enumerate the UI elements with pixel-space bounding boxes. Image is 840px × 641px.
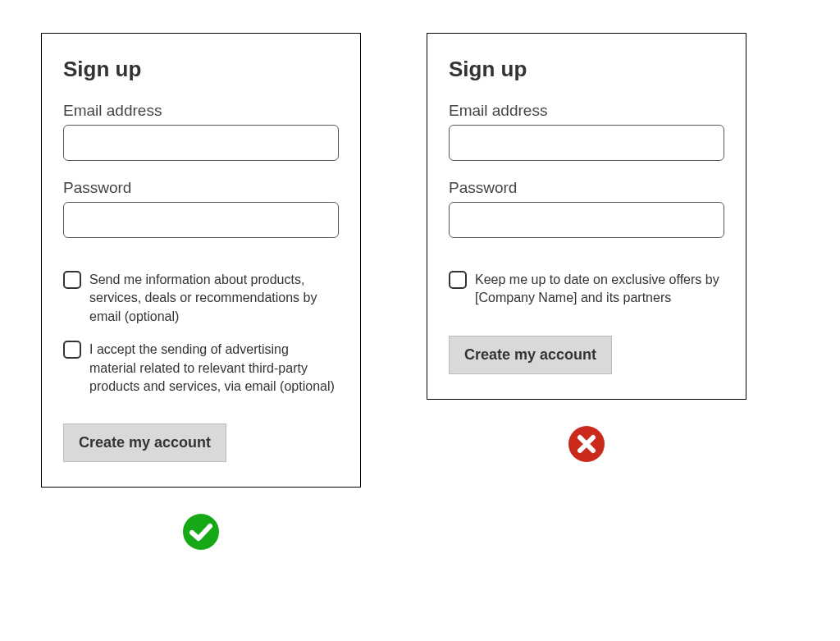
card-title: Sign up bbox=[449, 57, 724, 82]
consent-checkbox-2[interactable] bbox=[63, 341, 81, 359]
password-input[interactable] bbox=[63, 202, 339, 238]
consent-label-2: I accept the sending of advertising mate… bbox=[89, 341, 339, 396]
consent-checkbox-row-2: I accept the sending of advertising mate… bbox=[63, 341, 339, 396]
email-input[interactable] bbox=[449, 125, 724, 161]
good-example: Sign up Email address Password Send me i… bbox=[41, 33, 361, 555]
consent-checkbox-1[interactable] bbox=[63, 271, 81, 289]
consent-label-1: Keep me up to date on exclusive offers b… bbox=[475, 271, 724, 308]
check-circle-icon bbox=[181, 512, 221, 555]
password-input[interactable] bbox=[449, 202, 724, 238]
svg-point-0 bbox=[183, 514, 219, 550]
card-title: Sign up bbox=[63, 57, 339, 82]
password-label: Password bbox=[449, 179, 724, 197]
consent-checkbox-1[interactable] bbox=[449, 271, 467, 289]
create-account-button[interactable]: Create my account bbox=[63, 424, 226, 462]
consent-checkbox-row-1: Keep me up to date on exclusive offers b… bbox=[449, 271, 724, 308]
signup-card-bad: Sign up Email address Password Keep me u… bbox=[427, 33, 746, 400]
create-account-button[interactable]: Create my account bbox=[449, 336, 612, 374]
email-input[interactable] bbox=[63, 125, 339, 161]
password-label: Password bbox=[63, 179, 339, 197]
consent-checkbox-row-1: Send me information about products, serv… bbox=[63, 271, 339, 326]
consent-label-1: Send me information about products, serv… bbox=[89, 271, 339, 326]
signup-card-good: Sign up Email address Password Send me i… bbox=[41, 33, 361, 488]
x-circle-icon bbox=[567, 424, 606, 467]
email-label: Email address bbox=[449, 102, 724, 120]
email-label: Email address bbox=[63, 102, 339, 120]
bad-example: Sign up Email address Password Keep me u… bbox=[427, 33, 746, 555]
